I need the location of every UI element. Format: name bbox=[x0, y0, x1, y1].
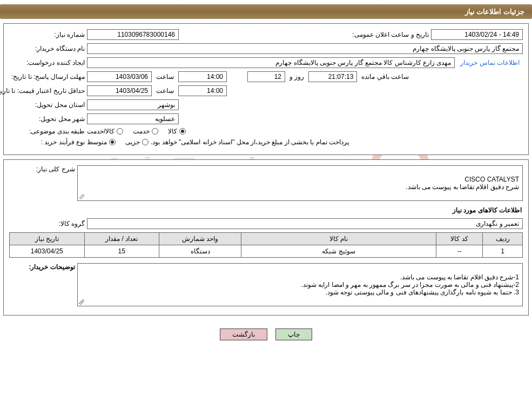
time-label-1: ساعت bbox=[154, 73, 176, 80]
radio-kalakhadmat-label: کالا/خدمت bbox=[87, 127, 115, 135]
countdown-value: 21:07:13 bbox=[308, 71, 357, 82]
buyer-contact-link[interactable]: اطلاعات تماس خریدار bbox=[457, 59, 523, 66]
group-label: گروه کالا: bbox=[9, 220, 85, 227]
announce-value: 14:49 - 1403/02/24 bbox=[431, 29, 523, 40]
group-value: تعمیر و نگهداری bbox=[87, 218, 523, 229]
cell-date: 1403/04/25 bbox=[10, 245, 85, 258]
general-desc-label: شرح کلی نیاز: bbox=[9, 165, 75, 173]
requester-value: مهدی زارع کارشناس کالا مجتمع گاز پارس جن… bbox=[87, 57, 455, 68]
buyer-org-value: مجتمع گاز پارس جنوبی پالایشگاه چهارم bbox=[87, 43, 523, 54]
purchase-note: پرداخت تمام یا بخشی از مبلغ خرید،از محل … bbox=[151, 138, 354, 146]
need-details-panel: شرح کلی نیاز: CISCO CATALYST شرح دقیق اق… bbox=[3, 159, 529, 316]
requester-label: ایجاد کننده درخواست: bbox=[9, 59, 85, 66]
radio-medium-label: متوسط bbox=[87, 138, 107, 146]
page-title-bar: جزئیات اطلاعات نیاز bbox=[0, 4, 532, 19]
time-label-2: ساعت bbox=[154, 87, 176, 95]
table-row: 1 -- سوئیچ شبکه دستگاه 15 1403/04/25 bbox=[10, 245, 523, 258]
reply-deadline-date: 1403/03/06 bbox=[87, 71, 152, 82]
category-radio-group: کالا خدمت کالا/خدمت bbox=[87, 127, 186, 135]
province-value: بوشهر bbox=[87, 99, 179, 110]
purchase-type-label: نوع فرآیند خرید : bbox=[9, 138, 85, 146]
cell-unit: دستگاه bbox=[159, 245, 241, 258]
reply-deadline-time: 14:00 bbox=[178, 71, 227, 82]
purchase-type-radio-group: جزیی متوسط bbox=[87, 138, 149, 146]
button-bar: چاپ بازگشت bbox=[0, 320, 532, 349]
reply-deadline-label: مهلت ارسال پاسخ: تا تاریخ: bbox=[9, 73, 85, 80]
price-validity-date: 1403/04/25 bbox=[87, 85, 152, 96]
city-value: عسلویه bbox=[87, 113, 179, 124]
col-code: کد کالا bbox=[436, 233, 483, 245]
need-no-value: 1103096783000146 bbox=[87, 29, 179, 40]
need-info-panel: شماره نیاز: 1103096783000146 تاریخ و ساع… bbox=[3, 23, 529, 155]
radio-khadamat[interactable] bbox=[152, 128, 158, 135]
radio-partial[interactable] bbox=[142, 139, 149, 145]
table-header-row: ردیف کد کالا نام کالا واحد شمارش تعداد /… bbox=[10, 233, 523, 245]
radio-partial-label: جزیی bbox=[125, 138, 140, 146]
back-button[interactable]: بازگشت bbox=[220, 328, 267, 340]
page-title: جزئیات اطلاعات نیاز bbox=[465, 8, 524, 16]
col-qty: تعداد / مقدار bbox=[84, 233, 159, 245]
buyer-org-label: نام دستگاه خریدار: bbox=[9, 45, 85, 52]
general-desc-text: CISCO CATALYST شرح دقیق اقلام تقاضا به پ… bbox=[406, 176, 519, 191]
radio-kala-label: کالا bbox=[168, 127, 177, 135]
radio-kalakhadmat[interactable] bbox=[117, 128, 123, 135]
need-no-label: شماره نیاز: bbox=[9, 31, 85, 38]
price-validity-label: حداقل تاریخ اعتبار قیمت: تا تاریخ: bbox=[9, 87, 85, 95]
days-remaining: 12 bbox=[247, 71, 285, 82]
radio-kala[interactable] bbox=[179, 128, 186, 135]
city-label: شهر محل تحویل: bbox=[9, 115, 85, 123]
cell-name: سوئیچ شبکه bbox=[241, 245, 436, 258]
radio-medium[interactable] bbox=[109, 139, 116, 145]
resize-grip-icon[interactable] bbox=[79, 299, 84, 305]
buyer-notes-label: توضیحات خریدار: bbox=[9, 263, 75, 271]
remaining-label: ساعت باقي مانده bbox=[359, 73, 411, 80]
print-button[interactable]: چاپ bbox=[275, 328, 312, 340]
cell-row: 1 bbox=[483, 245, 523, 258]
category-label: طبقه بندی موضوعی: bbox=[9, 127, 85, 135]
radio-khadamat-label: خدمت bbox=[133, 127, 150, 135]
general-desc-textarea[interactable]: CISCO CATALYST شرح دقیق اقلام تقاضا به پ… bbox=[77, 165, 523, 201]
items-table: ردیف کد کالا نام کالا واحد شمارش تعداد /… bbox=[9, 232, 523, 258]
province-label: استان محل تحویل: bbox=[9, 101, 85, 109]
buyer-notes-textarea[interactable]: 1-شرح دقیق اقلام تقاضا به پیوست می باشد.… bbox=[77, 263, 523, 306]
items-section-title: اطلاعات کالاهای مورد نیاز bbox=[10, 206, 522, 214]
buyer-notes-text: 1-شرح دقیق اقلام تقاضا به پیوست می باشد.… bbox=[301, 273, 519, 296]
resize-grip-icon[interactable] bbox=[79, 194, 84, 199]
price-validity-time: 14:00 bbox=[178, 85, 227, 96]
announce-label: تاریخ و ساعت اعلان عمومی: bbox=[350, 31, 429, 38]
cell-code: -- bbox=[436, 245, 483, 258]
cell-qty: 15 bbox=[84, 245, 159, 258]
col-date: تاریخ نیاز bbox=[10, 233, 85, 245]
col-unit: واحد شمارش bbox=[159, 233, 241, 245]
col-row: ردیف bbox=[483, 233, 523, 245]
col-name: نام کالا bbox=[241, 233, 436, 245]
days-and-label: روز و bbox=[287, 73, 306, 80]
